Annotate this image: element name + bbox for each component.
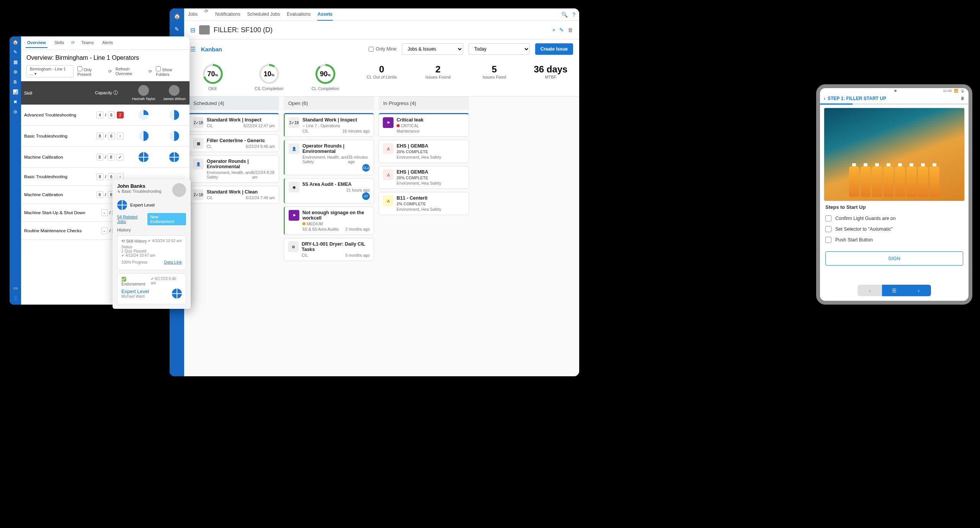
metric-found: 2Issues Found: [416, 64, 461, 91]
main-tabs: Jobs ⟳ Notifications Scheduled Jobs Eval…: [188, 8, 333, 21]
metrics-row: 70%OEE 10%CIL Completion 90%CL Completio…: [184, 59, 579, 97]
kanban-card[interactable]: ◉5S Area Audit - EMEA21 hours agoAT: [284, 178, 374, 203]
asset-image-icon: [199, 25, 210, 34]
sign-button[interactable]: SIGN: [825, 251, 963, 266]
pencil-icon[interactable]: ✎: [173, 25, 181, 33]
table-row[interactable]: Basic Troubleshooting8 / 6 ↑: [21, 126, 189, 147]
kanban-card[interactable]: 2✓18Standard Work | CleanCIL6/22/24 7:48…: [189, 186, 279, 203]
kanban-card[interactable]: 👤Operator Rounds | EnvironmentalEnvironm…: [284, 140, 374, 175]
tab-jobs[interactable]: Jobs: [188, 8, 198, 21]
tab-skills[interactable]: Skills: [53, 38, 66, 48]
skill-history-card[interactable]: ⟲ Skill History✔ 4/10/24 10:52 am Status…: [117, 235, 186, 270]
tree-icon[interactable]: ⊟: [190, 26, 195, 34]
kanban-card[interactable]: 👤Operator Rounds | EnvironmentalEnvironm…: [189, 155, 279, 183]
signal-icon: 📶: [954, 89, 958, 93]
endorsement-card[interactable]: ✅ Endorsement✔ 8/17/23 6:40 am Expert Le…: [117, 273, 186, 304]
progress-bar: [820, 103, 969, 105]
kanban-card[interactable]: ⚠EHS | GEMBA20% COMPLETEEnvironment, Hea…: [379, 140, 469, 163]
help-icon[interactable]: ?: [572, 11, 575, 18]
prev-button[interactable]: ‹: [858, 285, 882, 296]
refresh-label[interactable]: Refresh Overview: [116, 67, 145, 76]
kanban-card[interactable]: ⚠EHS | GEMBA20% COMPLETEEnvironment, Hea…: [379, 166, 469, 189]
search-icon[interactable]: 🔍: [561, 11, 568, 18]
kanban-card[interactable]: 2✓18Standard Work | Inspect○ Line 7 - Op…: [284, 113, 374, 137]
skill-popover: John Banks ↳ Basic Troubleshooting Exper…: [113, 179, 191, 309]
menu-button[interactable]: ☰: [882, 285, 906, 296]
history-label: History: [117, 228, 186, 232]
tablet-header: ‹ STEP 1: FILLER START UP ⏸: [820, 93, 969, 103]
user-icon[interactable]: 👤: [13, 295, 18, 301]
level-pie-icon: [117, 200, 127, 210]
overview-title: Overview: Birmingham - Line 1 Operators: [21, 50, 189, 64]
kanban-card[interactable]: ⚠B11 - Centerli2% COMPLETEEnvironment, H…: [379, 192, 469, 215]
tab-teams[interactable]: Teams: [80, 38, 95, 48]
col-header: Scheduled (4): [189, 97, 279, 110]
home-icon[interactable]: 🏠: [13, 39, 18, 45]
only-present-toggle[interactable]: Only Present: [77, 66, 104, 77]
wifi-icon: 📡: [960, 89, 965, 93]
th-skill: Skill: [21, 81, 92, 105]
filter-type-select[interactable]: Jobs & Issues: [402, 43, 463, 55]
sliders-icon[interactable]: ⚙: [13, 69, 18, 75]
kanban-label: Kanban: [201, 46, 222, 52]
only-mine-toggle[interactable]: Only Mine: [369, 46, 397, 52]
popover-skill: ↳ Basic Troubleshooting: [117, 189, 161, 193]
edit-icon[interactable]: ✎: [559, 27, 564, 33]
card-icon[interactable]: ▭: [13, 285, 18, 291]
overview-tabs: Overview Skills ⟳ Teams Alerts: [21, 36, 189, 50]
home-icon[interactable]: 🏠: [173, 12, 181, 20]
kanban-board: Scheduled (4) 2✓18Standard Work | Inspec…: [184, 97, 579, 261]
kanban-card[interactable]: ⚙DRY-L1-001 Dryer: Daily CIL TasksCIL5 m…: [284, 238, 374, 261]
create-issue-button[interactable]: Create Issue: [535, 43, 573, 55]
refresh-icon[interactable]: ⟳: [204, 8, 208, 21]
tab-assets[interactable]: Assets: [317, 8, 332, 21]
related-jobs-link[interactable]: 54 Related Jobs: [117, 215, 147, 224]
pause-icon[interactable]: ⏸: [960, 96, 965, 101]
new-endorsement-button[interactable]: New Endorsement: [147, 213, 186, 225]
asset-title: FILLER: SF100 (D): [214, 26, 273, 34]
chart-icon[interactable]: 📊: [13, 89, 18, 95]
tab-notifications[interactable]: Notifications: [215, 8, 240, 21]
tab-scheduled[interactable]: Scheduled Jobs: [247, 8, 280, 21]
tab-overview[interactable]: Overview: [26, 38, 47, 48]
refresh-icon[interactable]: ⟳: [108, 69, 112, 74]
tab-alerts[interactable]: Alerts: [101, 38, 114, 48]
grid-icon[interactable]: ▦: [13, 59, 18, 65]
tablet-nav: ‹ ☰ ›: [858, 285, 931, 296]
pencil-icon[interactable]: ✎: [13, 49, 17, 55]
tab-evaluations[interactable]: Evaluations: [287, 8, 310, 21]
col-open: Open (6) 2✓18Standard Work | Inspect○ Li…: [284, 97, 374, 261]
checklist-item[interactable]: Confirm Light Guards are on: [825, 213, 963, 224]
checklist-item[interactable]: Set Selector to "Automatic": [825, 224, 963, 234]
back-icon[interactable]: ‹: [824, 96, 825, 101]
next-button[interactable]: ›: [906, 285, 931, 296]
menu-icon[interactable]: ☰: [190, 46, 196, 53]
refresh-icon[interactable]: ⟳: [71, 38, 75, 48]
col-progress: In Progress (4) ⚑Critical leak CRITICALM…: [379, 97, 469, 261]
tools-icon[interactable]: ✖: [13, 99, 17, 105]
kanban-card[interactable]: 2✓18Standard Work | InspectCIL6/22/24 12…: [189, 113, 279, 131]
avatar: [172, 183, 186, 197]
minus-icon[interactable]: ⊖: [13, 109, 17, 115]
file-icon[interactable]: 🗎: [13, 79, 18, 85]
main-topbar: Jobs ⟳ Notifications Scheduled Jobs Eval…: [184, 8, 579, 21]
metric-limits: 0CL Out of Limits: [359, 64, 404, 91]
location-chip[interactable]: Birmingham - Line 1 ... ▾: [26, 65, 74, 77]
add-icon[interactable]: +: [552, 27, 555, 33]
col-header: In Progress (4): [379, 97, 469, 110]
refresh-icon[interactable]: ⟳: [149, 69, 152, 74]
table-row[interactable]: Machine Calibration8 / 8 ✓: [21, 147, 189, 168]
kanban-card[interactable]: ⚑Critical leak CRITICALMaintenance: [379, 113, 469, 137]
data-link[interactable]: Data Link: [164, 260, 182, 264]
table-row[interactable]: Advanced Troubleshooting4 / 6 2: [21, 105, 189, 126]
checklist-item[interactable]: Push Start Button: [825, 234, 963, 245]
step-title: STEP 1: FILLER START UP: [828, 96, 886, 101]
popover-name: John Banks: [117, 183, 161, 189]
show-folders-toggle[interactable]: Show Folders: [156, 66, 184, 77]
filter-date-select[interactable]: Today: [469, 43, 530, 55]
section-title: Steps to Start Up: [820, 204, 969, 210]
th-person: Hannah Taylor: [128, 81, 159, 105]
kanban-card[interactable]: ⚑Not enough signage on the workcell MEDI…: [284, 207, 374, 235]
kanban-card[interactable]: ▦Filler Centerline - GenericCL6/22/24 9:…: [189, 134, 279, 152]
delete-icon[interactable]: 🗑: [568, 27, 573, 33]
